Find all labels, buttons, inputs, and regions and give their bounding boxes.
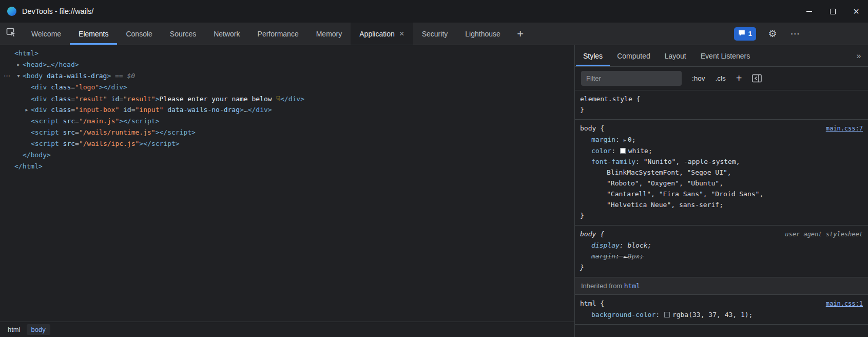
pseudo-state-button[interactable]: :hov (692, 74, 705, 82)
sidebar-tab-event-listeners[interactable]: Event Listeners (693, 45, 758, 66)
dom-row[interactable]: ⋯▾<body data-wails-drag> == $0 (0, 70, 574, 82)
code-token: … (47, 61, 51, 68)
css-value: block; (627, 241, 651, 249)
tab-label: Lighthouse (465, 30, 500, 38)
css-value: 0; (628, 136, 636, 143)
close-tab-icon[interactable]: × (399, 29, 404, 38)
twisty-down-icon[interactable]: ▾ (15, 70, 22, 82)
dom-row[interactable]: </body> (0, 149, 574, 161)
breadcrumb-item-body[interactable]: body (27, 324, 50, 335)
tab-lighthouse[interactable]: Lighthouse (456, 23, 509, 45)
more-actions-icon[interactable]: ⋯ (4, 70, 10, 82)
tab-label: Console (126, 30, 152, 38)
more-tabs-chevron-icon[interactable]: » (850, 45, 868, 66)
styles-filter-input[interactable] (581, 71, 682, 86)
tab-console[interactable]: Console (117, 23, 161, 45)
twisty-right-icon[interactable]: ▸ (15, 59, 22, 70)
tab-performance[interactable]: Performance (249, 23, 307, 45)
inherited-from-label: Inherited from (581, 282, 624, 290)
tab-security[interactable]: Security (413, 23, 457, 45)
dom-row[interactable]: <script src="/wails/ipc.js"></script> (0, 138, 574, 149)
css-value-line: "Helvetica Neue", sans-serif; (591, 199, 863, 210)
shorthand-expander-icon[interactable]: ▸ (624, 137, 628, 143)
code-token: "input-box" (75, 106, 119, 114)
tab-application[interactable]: Application× (351, 23, 413, 45)
code-token: "logo" (75, 83, 99, 91)
customize-menu-icon[interactable]: ⋯ (784, 23, 806, 45)
dom-row[interactable]: </html> (0, 161, 574, 172)
new-style-rule-button[interactable]: + (736, 72, 742, 84)
settings-gear-icon[interactable]: ⚙ (761, 23, 784, 45)
dom-row[interactable]: <div class="result" id="result">Please e… (0, 93, 574, 104)
open-brace: { (596, 229, 604, 239)
code-token: > (240, 106, 244, 114)
colon: : (615, 252, 624, 260)
sidebar-tab-strip: StylesComputedLayoutEvent Listeners (576, 45, 757, 66)
inherited-from-header: Inherited from html (575, 277, 868, 295)
tab-elements[interactable]: Elements (70, 23, 117, 45)
tab-sources[interactable]: Sources (161, 23, 205, 45)
dom-row[interactable]: ▸<div class="input-box" id="input" data-… (0, 104, 574, 116)
color-swatch[interactable] (620, 148, 626, 154)
code-token: ></script> (156, 128, 196, 136)
window-controls: × (797, 0, 868, 23)
code-token: = (119, 95, 123, 103)
css-property-name: background-color (591, 311, 655, 319)
code-token: src (59, 117, 75, 125)
code-token: <script (31, 140, 59, 147)
close-brace: } (580, 104, 863, 115)
tab-network[interactable]: Network (205, 23, 248, 45)
color-swatch[interactable] (664, 312, 670, 317)
dom-row[interactable]: <div class="logo"></div> (0, 82, 574, 93)
stylesheet-origin[interactable]: main.css:7 (821, 123, 863, 134)
css-property-name: display (591, 241, 620, 249)
breadcrumb-item-html[interactable]: html (3, 324, 25, 335)
css-declaration[interactable]: background-color: rgba(33, 37, 43, 1); (580, 309, 863, 320)
element-classes-button[interactable]: .cls (716, 74, 726, 82)
minimize-button[interactable] (797, 0, 821, 23)
stylesheet-origin[interactable]: main.css:1 (821, 298, 863, 309)
dom-row[interactable]: <script src="/main.js"></script> (0, 116, 574, 127)
css-declaration[interactable]: font-family: "Nunito", -apple-system,Bli… (580, 156, 863, 210)
css-declaration[interactable]: margin: ▸ 0; (580, 134, 863, 145)
main-split: <html>▸<head>…</head>⋯▾<body data-wails-… (0, 45, 868, 337)
tab-memory[interactable]: Memory (307, 23, 351, 45)
css-property-name: margin (591, 252, 615, 260)
code-token: = (75, 117, 79, 125)
inspect-tool-button[interactable] (0, 23, 23, 45)
rule-selector[interactable]: body (580, 229, 596, 239)
rule-selector[interactable]: element.style (580, 93, 632, 104)
css-declaration[interactable]: display: block; (580, 240, 863, 251)
code-token: src (59, 128, 75, 136)
issues-badge[interactable]: 1 (734, 27, 756, 41)
close-button[interactable]: × (844, 0, 868, 23)
sidebar-tab-layout[interactable]: Layout (658, 45, 693, 66)
css-value: "Nunito", -apple-system, (644, 158, 740, 165)
style-rule: html {main.css:1background-color: rgba(3… (575, 295, 868, 325)
twisty-right-icon[interactable]: ▸ (23, 104, 30, 116)
code-token: </div> (248, 106, 272, 114)
sidebar-tab-computed[interactable]: Computed (610, 45, 658, 66)
rule-selector[interactable]: body (580, 123, 596, 134)
maximize-button[interactable] (821, 0, 844, 23)
rule-selector[interactable]: html (580, 298, 596, 309)
dom-row[interactable]: <html> (0, 48, 574, 59)
tab-label: Performance (258, 30, 299, 38)
code-token: <div (31, 95, 47, 103)
more-tabs-add-button[interactable]: + (509, 23, 532, 45)
computed-panel-toggle-icon[interactable] (752, 74, 762, 83)
code-token: data-wails-no-drag (163, 106, 240, 114)
dom-row[interactable]: <script src="/wails/runtime.js"></script… (0, 127, 574, 138)
css-declaration[interactable]: margin: ▸ 8px; (580, 251, 863, 262)
code-token: ></script> (119, 117, 159, 125)
point-down-emoji: ☟ (276, 95, 280, 103)
dom-row[interactable]: ▸<head>…</head> (0, 59, 574, 70)
tab-welcome[interactable]: Welcome (23, 23, 70, 45)
css-declaration[interactable]: color: white; (580, 145, 863, 156)
node-link-html[interactable]: html (624, 282, 640, 290)
code-token: <div (31, 83, 47, 91)
code-token: = (75, 128, 79, 136)
shorthand-expander-icon[interactable]: ▸ (624, 254, 628, 259)
sidebar-tab-styles[interactable]: Styles (576, 45, 610, 66)
css-value-line: "Cantarell", "Fira Sans", "Droid Sans", (591, 189, 863, 199)
